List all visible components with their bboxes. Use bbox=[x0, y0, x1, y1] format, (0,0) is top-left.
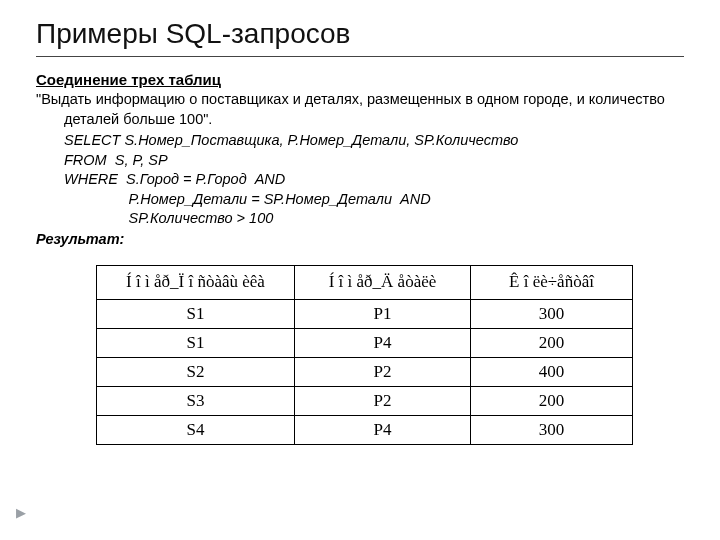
result-label: Результат: bbox=[36, 231, 684, 247]
section-subtitle: Соединение трех таблиц bbox=[36, 71, 684, 88]
table-cell: 300 bbox=[471, 415, 633, 444]
table-cell: 400 bbox=[471, 357, 633, 386]
table-cell: S4 bbox=[97, 415, 295, 444]
table-cell: P4 bbox=[295, 328, 471, 357]
table-header-cell: Ê î ëè÷åñòâî bbox=[471, 265, 633, 299]
table-cell: S1 bbox=[97, 299, 295, 328]
sql-line-where-3: SP.Количество > 100 bbox=[36, 209, 684, 229]
result-table: Í î ì åð_Ï î ñòàâù èêà Í î ì åð_Ä åòàëè … bbox=[96, 265, 633, 445]
table-cell: 200 bbox=[471, 386, 633, 415]
table-cell: P2 bbox=[295, 357, 471, 386]
table-cell: P2 bbox=[295, 386, 471, 415]
table-cell: 200 bbox=[471, 328, 633, 357]
sql-line-where-1: WHERE S.Город = P.Город AND bbox=[36, 170, 684, 190]
table-header-cell: Í î ì åð_Ï î ñòàâù èêà bbox=[97, 265, 295, 299]
table-row: S1 P4 200 bbox=[97, 328, 633, 357]
table-header-cell: Í î ì åð_Ä åòàëè bbox=[295, 265, 471, 299]
table-row: S3 P2 200 bbox=[97, 386, 633, 415]
result-table-wrap: Í î ì åð_Ï î ñòàâù èêà Í î ì åð_Ä åòàëè … bbox=[96, 265, 684, 445]
table-cell: P4 bbox=[295, 415, 471, 444]
table-header-row: Í î ì åð_Ï î ñòàâù èêà Í î ì åð_Ä åòàëè … bbox=[97, 265, 633, 299]
table-cell: S1 bbox=[97, 328, 295, 357]
table-cell: P1 bbox=[295, 299, 471, 328]
sql-line-select: SELECT S.Номер_Поставщика, P.Номер_Детал… bbox=[36, 131, 684, 151]
table-row: S1 P1 300 bbox=[97, 299, 633, 328]
table-row: S4 P4 300 bbox=[97, 415, 633, 444]
table-row: S2 P2 400 bbox=[97, 357, 633, 386]
table-cell: S2 bbox=[97, 357, 295, 386]
page-title: Примеры SQL-запросов bbox=[36, 18, 684, 57]
slide-marker-icon: ▶ bbox=[16, 505, 26, 520]
sql-line-from: FROM S, P, SP bbox=[36, 151, 684, 171]
sql-line-where-2: P.Номер_Детали = SP.Номер_Детали AND bbox=[36, 190, 684, 210]
table-cell: 300 bbox=[471, 299, 633, 328]
table-cell: S3 bbox=[97, 386, 295, 415]
query-description: "Выдать информацию о поставщиках и детал… bbox=[64, 90, 684, 129]
